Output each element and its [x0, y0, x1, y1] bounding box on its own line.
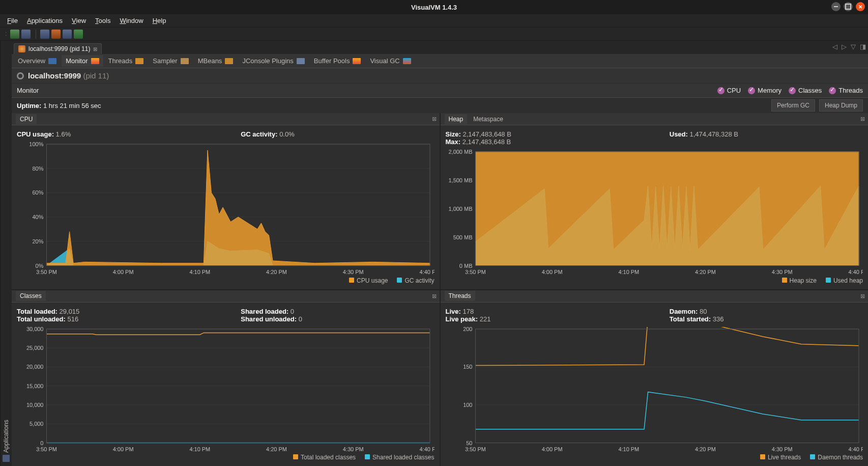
threads-tab[interactable]: Threads	[445, 291, 475, 301]
svg-text:3:50 PM: 3:50 PM	[36, 446, 57, 452]
toolbar-vm-coredump-icon[interactable]	[21, 30, 31, 39]
threads-livepeak-value: 221	[480, 315, 491, 323]
menu-view[interactable]: View	[68, 15, 90, 26]
svg-text:3:50 PM: 3:50 PM	[465, 446, 486, 452]
svg-text:3:50 PM: 3:50 PM	[465, 269, 486, 275]
heap-dump-button[interactable]: Heap Dump	[819, 99, 863, 112]
subtab-sampler[interactable]: Sampler	[149, 55, 192, 67]
svg-text:4:40 PM: 4:40 PM	[848, 446, 863, 452]
classes-panel-close-icon[interactable]: ⊠	[432, 293, 437, 299]
page-title-bar: localhost:9999 (pid 11)	[12, 68, 868, 84]
heap-used-value: 1,474,478,328 B	[690, 130, 738, 138]
heap-legend-used: Used heap	[833, 277, 863, 284]
toolbar-heap-dump-icon[interactable]	[51, 30, 61, 39]
svg-text:1,000 MB: 1,000 MB	[448, 206, 472, 212]
subtab-bar: Overview Monitor Threads Sampler MBeans …	[12, 54, 868, 68]
tab-scroll-left-icon[interactable]: ◁	[832, 43, 837, 50]
overview-icon	[48, 58, 56, 64]
svg-text:4:20 PM: 4:20 PM	[695, 446, 716, 452]
subtab-overview[interactable]: Overview	[14, 55, 61, 67]
subtab-jconsole-plugins[interactable]: JConsole Plugins	[238, 55, 308, 67]
svg-text:4:30 PM: 4:30 PM	[343, 446, 364, 452]
svg-text:4:00 PM: 4:00 PM	[113, 269, 134, 275]
toggle-classes[interactable]: Classes	[789, 87, 822, 94]
window-minimize-button[interactable]	[831, 2, 841, 11]
subtab-monitor[interactable]: Monitor	[62, 55, 103, 67]
threads-panel: Threads ⊠ Live: 178 Live peak: 221 Daemo…	[441, 290, 869, 467]
svg-text:20,000: 20,000	[26, 364, 44, 370]
monitor-icon	[91, 58, 99, 64]
threads-panel-close-icon[interactable]: ⊠	[860, 293, 865, 299]
svg-text:1,500 MB: 1,500 MB	[448, 177, 472, 183]
svg-text:4:20 PM: 4:20 PM	[266, 446, 287, 452]
monitor-header-label: Monitor	[17, 87, 39, 94]
window-close-button[interactable]	[856, 2, 865, 11]
check-icon	[789, 87, 796, 94]
menu-window[interactable]: Window	[115, 15, 147, 26]
threads-chart: 501001502003:50 PM4:00 PM4:10 PM4:20 PM4…	[446, 327, 863, 452]
check-icon	[717, 87, 725, 94]
perform-gc-button[interactable]: Perform GC	[771, 99, 815, 112]
menu-help[interactable]: Help	[149, 15, 170, 26]
toolbar-profiler-snapshot-icon[interactable]	[74, 30, 83, 39]
svg-text:4:30 PM: 4:30 PM	[771, 446, 792, 452]
cpu-legend-gc: GC activity	[404, 277, 434, 284]
cpu-tab[interactable]: CPU	[16, 114, 37, 124]
toggle-cpu[interactable]: CPU	[717, 87, 741, 94]
subtab-visual-gc[interactable]: Visual GC	[366, 55, 415, 67]
menu-bar: File Applications View Tools Window Help	[0, 14, 868, 28]
menu-applications[interactable]: Applications	[23, 15, 67, 26]
cpu-chart: 0%20%40%60%80%100%3:50 PM4:00 PM4:10 PM4…	[17, 142, 435, 275]
document-tab-localhost[interactable]: localhost:9999 (pid 11) ⊠	[14, 43, 102, 54]
subtab-mbeans[interactable]: MBeans	[194, 55, 238, 67]
toolbar-app-snapshot-icon[interactable]	[63, 30, 72, 39]
sidebar-applications-tab[interactable]: Applications	[0, 41, 12, 466]
toggle-threads[interactable]: Threads	[829, 87, 863, 94]
process-ring-icon	[17, 72, 24, 79]
heap-panel-close-icon[interactable]: ⊠	[860, 116, 865, 122]
svg-text:4:20 PM: 4:20 PM	[266, 269, 287, 275]
threads-daemon-label: Daemon:	[670, 308, 698, 315]
window-maximize-button[interactable]	[844, 2, 853, 11]
tab-scroll-right-icon[interactable]: ▷	[842, 43, 847, 50]
tab-maximize-icon[interactable]: ◨	[860, 43, 866, 50]
svg-text:10,000: 10,000	[26, 402, 44, 408]
document-tab-close-icon[interactable]: ⊠	[93, 46, 97, 52]
cpu-panel-close-icon[interactable]: ⊠	[432, 116, 437, 122]
toolbar-thread-dump-icon[interactable]	[40, 30, 49, 39]
sampler-icon	[181, 58, 189, 64]
classes-total-unloaded-value: 516	[67, 315, 78, 323]
metaspace-tab[interactable]: Metaspace	[469, 114, 507, 124]
subtab-threads[interactable]: Threads	[104, 55, 148, 67]
heap-panel: Heap Metaspace ⊠ Size: 2,147,483,648 B M…	[441, 113, 869, 289]
tab-dropdown-icon[interactable]: ▽	[851, 43, 856, 50]
classes-tab[interactable]: Classes	[16, 291, 46, 301]
svg-text:4:40 PM: 4:40 PM	[420, 446, 435, 452]
threads-started-label: Total started:	[670, 315, 711, 323]
svg-rect-71	[475, 328, 858, 443]
svg-text:4:40 PM: 4:40 PM	[420, 269, 435, 275]
cpu-legend-usage: CPU usage	[357, 277, 388, 284]
classes-legend-shared: Shared loaded classes	[372, 454, 434, 461]
subtab-buffer-pools[interactable]: Buffer Pools	[310, 55, 365, 67]
threads-live-label: Live:	[446, 308, 461, 315]
svg-text:60%: 60%	[32, 189, 43, 196]
heap-used-label: Used:	[670, 130, 688, 138]
svg-text:4:00 PM: 4:00 PM	[541, 446, 562, 452]
svg-text:50: 50	[466, 440, 472, 446]
menu-file[interactable]: File	[3, 15, 22, 26]
toolbar-load-snapshot-icon[interactable]	[10, 30, 19, 39]
toggle-memory[interactable]: Memory	[748, 87, 782, 94]
gc-activity-value: 0.0%	[279, 130, 295, 138]
check-icon	[829, 87, 836, 94]
classes-total-unloaded-label: Total unloaded:	[17, 315, 66, 323]
toolbar	[0, 28, 868, 41]
heap-tab[interactable]: Heap	[445, 114, 468, 124]
svg-text:5,000: 5,000	[30, 421, 43, 427]
svg-text:3:50 PM: 3:50 PM	[36, 269, 57, 275]
svg-text:4:10 PM: 4:10 PM	[618, 446, 639, 452]
svg-text:4:10 PM: 4:10 PM	[618, 269, 639, 275]
check-icon	[748, 87, 755, 94]
classes-shared-loaded-label: Shared loaded:	[241, 308, 288, 315]
menu-tools[interactable]: Tools	[91, 15, 114, 26]
